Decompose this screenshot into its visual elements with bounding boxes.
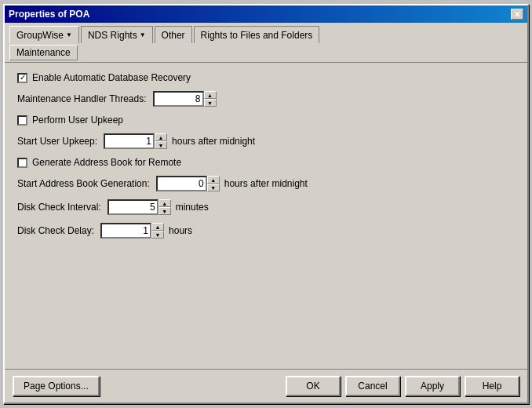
tab-groupwise-arrow: ▼ xyxy=(66,31,72,38)
disk-check-interval-spinner: ▲ ▼ xyxy=(107,199,171,215)
disk-check-delay-down[interactable]: ▼ xyxy=(151,231,164,239)
start-address-book-spinner: ▲ ▼ xyxy=(156,176,220,191)
button-bar: Page Options... OK Cancel Apply Help xyxy=(5,369,527,403)
enable-auto-db-label: Enable Automatic Database Recovery xyxy=(32,72,191,83)
start-user-upkeep-input[interactable] xyxy=(104,133,155,149)
tabs-row: GroupWise ▼ NDS Rights ▼ Other Rights to… xyxy=(5,23,527,43)
perform-user-upkeep-label: Perform User Upkeep xyxy=(32,115,123,126)
disk-check-interval-row: Disk Check Interval: ▲ ▼ minutes xyxy=(17,199,515,215)
start-user-upkeep-up[interactable]: ▲ xyxy=(155,133,167,141)
disk-check-delay-buttons: ▲ ▼ xyxy=(151,223,164,239)
maintenance-handler-buttons: ▲ ▼ xyxy=(204,91,217,107)
disk-check-delay-suffix: hours xyxy=(169,225,192,236)
generate-address-book-label: Generate Address Book for Remote xyxy=(32,157,181,168)
disk-check-delay-row: Disk Check Delay: ▲ ▼ hours xyxy=(17,223,515,239)
disk-check-interval-down[interactable]: ▼ xyxy=(159,207,171,215)
maintenance-handler-row: Maintenance Handler Threads: ▲ ▼ xyxy=(17,91,515,107)
disk-check-delay-input[interactable] xyxy=(100,223,151,239)
window-title: Properties of POA xyxy=(9,9,89,20)
title-bar: Properties of POA ✕ xyxy=(5,5,527,23)
disk-check-interval-suffix: minutes xyxy=(176,202,209,213)
sub-tab-maintenance[interactable]: Maintenance xyxy=(9,45,78,60)
start-user-upkeep-label: Start User Upkeep: xyxy=(17,136,97,147)
perform-user-upkeep-checkbox[interactable] xyxy=(17,115,27,126)
disk-check-interval-label: Disk Check Interval: xyxy=(17,202,101,213)
start-address-book-suffix: hours after midnight xyxy=(224,178,308,189)
enable-auto-db-checkbox[interactable] xyxy=(17,73,27,83)
start-user-upkeep-suffix: hours after midnight xyxy=(172,136,255,147)
disk-check-interval-buttons: ▲ ▼ xyxy=(159,199,171,215)
generate-address-book-row: Generate Address Book for Remote xyxy=(17,157,515,168)
ok-button[interactable]: OK xyxy=(286,376,341,396)
tab-groupwise-label: GroupWise xyxy=(16,30,64,41)
cancel-button[interactable]: Cancel xyxy=(345,376,400,396)
properties-window: Properties of POA ✕ GroupWise ▼ NDS Righ… xyxy=(3,4,529,404)
tab-nds-rights-label: NDS Rights xyxy=(88,30,137,41)
perform-user-upkeep-row: Perform User Upkeep xyxy=(17,115,515,126)
close-button[interactable]: ✕ xyxy=(511,9,523,20)
start-address-book-up[interactable]: ▲ xyxy=(207,176,220,184)
start-address-book-buttons: ▲ ▼ xyxy=(207,176,220,191)
tab-nds-rights-arrow: ▼ xyxy=(140,31,146,38)
disk-check-delay-label: Disk Check Delay: xyxy=(17,225,94,236)
tab-rights-label: Rights to Files and Folders xyxy=(201,30,313,41)
disk-check-interval-up[interactable]: ▲ xyxy=(159,199,171,207)
tab-groupwise[interactable]: GroupWise ▼ xyxy=(9,26,79,43)
start-address-book-down[interactable]: ▼ xyxy=(207,184,220,191)
tab-nds-rights[interactable]: NDS Rights ▼ xyxy=(81,26,153,43)
tab-rights[interactable]: Rights to Files and Folders xyxy=(194,26,320,43)
maintenance-handler-input[interactable] xyxy=(153,91,204,107)
disk-check-delay-up[interactable]: ▲ xyxy=(151,223,164,231)
disk-check-delay-spinner: ▲ ▼ xyxy=(100,223,164,239)
page-options-button[interactable]: Page Options... xyxy=(13,376,100,396)
maintenance-handler-up[interactable]: ▲ xyxy=(204,91,217,99)
enable-auto-db-row: Enable Automatic Database Recovery xyxy=(17,72,515,83)
start-user-upkeep-down[interactable]: ▼ xyxy=(155,141,167,149)
help-button[interactable]: Help xyxy=(465,376,519,396)
content-area: Enable Automatic Database Recovery Maint… xyxy=(5,63,527,369)
start-user-upkeep-row: Start User Upkeep: ▲ ▼ hours after midni… xyxy=(17,133,515,149)
tab-other[interactable]: Other xyxy=(155,26,192,43)
start-user-upkeep-spinner: ▲ ▼ xyxy=(104,133,167,149)
maintenance-handler-down[interactable]: ▼ xyxy=(204,99,217,107)
disk-check-interval-input[interactable] xyxy=(107,199,159,215)
start-address-book-input[interactable] xyxy=(156,176,207,191)
start-address-book-label: Start Address Book Generation: xyxy=(17,178,150,189)
maintenance-handler-label: Maintenance Handler Threads: xyxy=(17,93,147,104)
sub-tab-row: Maintenance xyxy=(5,43,527,63)
generate-address-book-checkbox[interactable] xyxy=(17,158,27,168)
start-address-book-row: Start Address Book Generation: ▲ ▼ hours… xyxy=(17,176,515,191)
start-user-upkeep-buttons: ▲ ▼ xyxy=(155,133,167,149)
maintenance-handler-spinner: ▲ ▼ xyxy=(153,91,217,107)
tab-other-label: Other xyxy=(162,30,185,41)
apply-button[interactable]: Apply xyxy=(405,376,460,396)
